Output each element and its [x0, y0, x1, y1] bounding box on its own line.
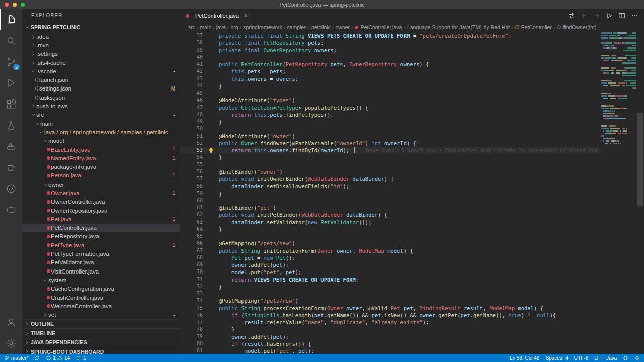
code-line-74[interactable]: 74@PostMapping("/pets/new"): [180, 297, 601, 304]
tree-item-tasks-json[interactable]: tasks.json: [22, 93, 180, 102]
tab-petcontroller-java[interactable]: PetController.java ×: [180, 9, 252, 22]
tree-item-cacheconfiguration-java[interactable]: CacheConfiguration.java: [22, 285, 180, 293]
split-editor-icon[interactable]: [618, 12, 625, 19]
tree-item-java-org-springframework-samples-petclinic[interactable]: java / org / springframework / samples /…: [22, 128, 180, 136]
code-line-68[interactable]: 68 Pet pet = new Pet();: [180, 254, 601, 261]
tree-item--idea[interactable]: .idea: [22, 32, 180, 41]
code-line-37[interactable]: 37private static final String VIEWS_PETS…: [180, 32, 601, 39]
code-line-45[interactable]: 45: [180, 89, 601, 97]
code-line-69[interactable]: 69 owner.addPet(pet);: [180, 261, 601, 268]
breadcrumb-item-java[interactable]: java: [216, 24, 226, 30]
code-line-56[interactable]: 56@InitBinder("owner"): [180, 168, 601, 175]
minimize-window-button[interactable]: [13, 3, 17, 7]
code-line-71[interactable]: 71 return VIEWS_PETS_CREATE_OR_UPDATE_FO…: [180, 276, 601, 283]
tree-item-petcontroller-java[interactable]: PetController.java: [22, 224, 180, 232]
tree-item--sts4-cache[interactable]: .sts4-cache: [22, 58, 180, 67]
section-spring-boot-dashboard[interactable]: SPRING-BOOT DASHBOARD: [22, 347, 180, 354]
status-git-branch[interactable]: master*: [4, 355, 28, 361]
tree-item-src[interactable]: src●: [22, 111, 180, 119]
tree-item-petvalidator-java[interactable]: PetValidator.java: [22, 258, 180, 267]
code-line-42[interactable]: 42 this.pets = pets;: [180, 68, 601, 75]
status-indentation[interactable]: Spaces: 4: [545, 355, 568, 361]
code-line-62[interactable]: 62public void initPetBinder(WebDataBinde…: [180, 211, 601, 218]
open-changes-icon[interactable]: [568, 12, 575, 19]
code-line-77[interactable]: 77 result.rejectValue("name", "duplicate…: [180, 319, 601, 326]
code-line-78[interactable]: 78 }: [180, 326, 601, 333]
code-line-55[interactable]: 55: [180, 161, 601, 168]
activity-java-projects[interactable]: [0, 157, 22, 178]
code-line-44[interactable]: 44}: [180, 82, 601, 89]
code-line-66[interactable]: 66@GetMapping("/pets/new"): [180, 240, 601, 247]
tree-item-namedentity-java[interactable]: NamedEntity.java1: [22, 154, 180, 162]
code-line-60[interactable]: 60: [180, 197, 601, 204]
status-problems[interactable]: 114: [46, 355, 70, 361]
scrollbar-thumb[interactable]: [637, 113, 643, 206]
activity-spring-boot[interactable]: [0, 178, 22, 199]
code-line-61[interactable]: 61@InitBinder("pet"): [180, 204, 601, 211]
breadcrumb-item-main[interactable]: main: [200, 24, 212, 30]
code-line-48[interactable]: 48 return this.pets.findPetTypes();: [180, 111, 601, 118]
activity-extensions[interactable]: [0, 94, 22, 115]
tree-item-baseentity-java[interactable]: BaseEntity.java1: [22, 145, 180, 154]
code-line-65[interactable]: 65: [180, 233, 601, 240]
breadcrumb-item-petcontroller[interactable]: PetController: [515, 24, 552, 30]
code-line-41[interactable]: 41public PetController(PetRepository pet…: [180, 61, 601, 68]
activity-search[interactable]: [0, 30, 22, 51]
breadcrumb-item-petclinic[interactable]: petclinic: [311, 24, 331, 30]
tree-item-pet-java[interactable]: Pet.java1: [22, 215, 180, 223]
code-line-67[interactable]: 67public String initCreationForm(Owner o…: [180, 247, 601, 254]
status-cursor-position[interactable]: Ln 53, Col 46: [510, 355, 540, 361]
run-icon[interactable]: [606, 12, 613, 19]
code-line-53[interactable]: 53 return this.owners.findById(ownerId);…: [180, 147, 601, 154]
activity-gradle[interactable]: [0, 199, 22, 220]
status-tasks[interactable]: 1: [76, 355, 86, 361]
breadcrumb-item-samples[interactable]: samples: [287, 24, 306, 30]
tree-item-push-to-pws[interactable]: push-to-pws: [22, 102, 180, 110]
tree-item-system[interactable]: system: [22, 276, 180, 284]
code-line-39[interactable]: 39private final OwnerRepository owners;: [180, 47, 601, 54]
status-notifications[interactable]: [634, 355, 640, 361]
breadcrumb-item-findowner-int-[interactable]: findOwner(int): [556, 24, 596, 30]
activity-accounts[interactable]: [0, 312, 22, 333]
activity-settings[interactable]: [0, 333, 22, 354]
tree-item--vscode[interactable]: .vscode●: [22, 67, 180, 75]
code-line-57[interactable]: 57public void initOwnerBinder(WebDataBin…: [180, 175, 601, 183]
tree-item--mvn[interactable]: .mvn: [22, 41, 180, 49]
code-line-38[interactable]: 38private final PetRepository pets;: [180, 39, 601, 46]
status-encoding[interactable]: UTF-8: [574, 355, 588, 361]
tree-item-settings-json[interactable]: settings.jsonM: [22, 84, 180, 93]
tree-item-package-info-java[interactable]: package-info.java: [22, 162, 180, 171]
minimap[interactable]: [601, 32, 637, 354]
code-line-70[interactable]: 70 model.put("pet", pet);: [180, 268, 601, 276]
tree-item-ownercontroller-java[interactable]: OwnerController.java: [22, 198, 180, 206]
activity-run-debug[interactable]: [0, 72, 22, 94]
tree-item-pettypeformatter-java[interactable]: PetTypeFormatter.java: [22, 249, 180, 258]
project-section-header[interactable]: SPRING-PETCLINIC: [22, 22, 180, 32]
status-feedback[interactable]: [623, 355, 628, 361]
code-line-79[interactable]: 79 owner.addPet(pet);: [180, 333, 601, 340]
tree-item-person-java[interactable]: Person.java1: [22, 171, 180, 180]
code-line-51[interactable]: 51@ModelAttribute("owner"): [180, 133, 601, 140]
tree-item-launch-json[interactable]: launch.json: [22, 75, 180, 84]
section-java-dependencies[interactable]: JAVA DEPENDENCIES: [22, 338, 180, 347]
breadcrumb-item-owner[interactable]: owner: [335, 24, 350, 30]
back-icon[interactable]: [581, 12, 588, 19]
status-eol[interactable]: LF: [594, 355, 600, 361]
code-line-54[interactable]: 54}: [180, 154, 601, 161]
code-line-47[interactable]: 47public Collection<PetType> populatePet…: [180, 104, 601, 111]
activity-testing[interactable]: [0, 115, 22, 136]
tree-item-main[interactable]: main: [22, 119, 180, 128]
breadcrumb-item-src[interactable]: src: [188, 24, 195, 30]
breadcrumb-item-org[interactable]: org: [231, 24, 238, 30]
tree-item-model[interactable]: model: [22, 137, 180, 145]
code-line-50[interactable]: 50: [180, 125, 601, 132]
activity-explorer[interactable]: [0, 9, 22, 30]
zoom-window-button[interactable]: [21, 3, 25, 7]
tree-item-ownerrepository-java[interactable]: OwnerRepository.java: [22, 206, 180, 215]
tree-item-visitcontroller-java[interactable]: VisitController.java: [22, 267, 180, 276]
more-actions-icon[interactable]: [631, 12, 638, 19]
tree-item-welcomecontroller-java[interactable]: WelcomeController.java: [22, 302, 180, 310]
code-line-49[interactable]: 49}: [180, 118, 601, 125]
forward-icon[interactable]: [593, 12, 600, 19]
activity-source-control[interactable]: 2: [0, 51, 22, 72]
